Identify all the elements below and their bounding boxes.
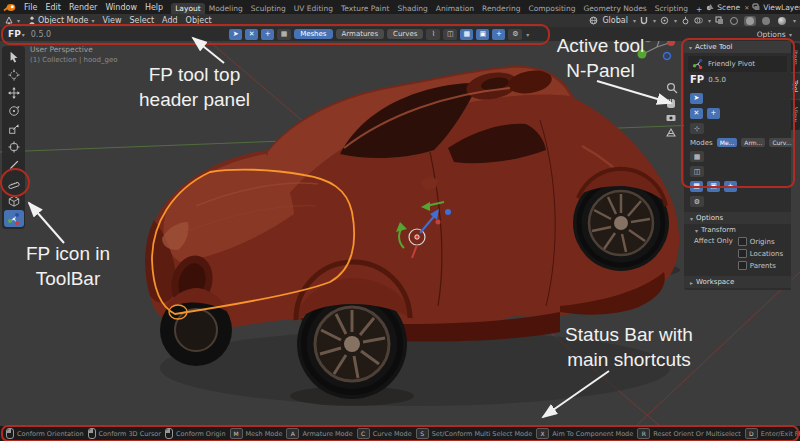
tab-uv-editing[interactable]: UV Editing [290,3,337,14]
proportional-edit-icon[interactable] [660,16,669,25]
menu-file[interactable]: File [20,3,41,12]
orientation-selector[interactable]: Global [602,16,628,25]
tab-sculpting[interactable]: Sculpting [247,3,290,14]
mode-selector[interactable]: Object Mode▾ [24,16,98,25]
xray-toggle-icon[interactable] [715,16,724,25]
tab-modeling[interactable]: Modeling [205,3,247,14]
chevron-down-icon: ▾ [689,44,692,51]
perspective-toggle-icon[interactable] [667,129,675,136]
curves-button[interactable]: Curves [387,29,423,39]
shortcut-conform-3d-cursor: Conform 3D Cursor [88,428,161,439]
parents-checkbox[interactable] [738,261,747,270]
options-dropdown[interactable]: Options ▾ [757,30,800,39]
shading-rendered-button[interactable] [776,16,788,26]
mode-armature-button[interactable]: Arm... [741,138,765,147]
orientation-globe-icon [589,16,598,25]
fp-tool-dropdown[interactable]: FP [8,29,21,39]
box-icon[interactable]: ▣ [476,29,489,40]
camera-view-icon[interactable] [667,115,676,121]
menu-view[interactable]: View [98,16,125,25]
meshes-button[interactable]: Meshes [294,29,332,39]
tab-shading[interactable]: Shading [393,3,431,14]
rotate-tool-icon[interactable] [4,102,24,119]
show-gizmo-icon[interactable] [681,16,690,25]
transform-tool-icon[interactable] [4,138,24,155]
viewport-editor-icon [4,16,14,25]
orientation-icon[interactable]: ⊹ [690,123,704,134]
shading-material-button[interactable] [760,16,772,26]
menu-edit[interactable]: Edit [41,3,65,12]
tab-rendering[interactable]: Rendering [478,3,524,14]
add-primitive-tool-icon[interactable] [4,192,24,209]
cursor-icon[interactable]: ➤ [690,93,703,104]
overlays-icon[interactable] [694,16,703,25]
gear-icon[interactable]: ⚙ [690,196,704,207]
origins-checkbox[interactable] [738,237,747,246]
scene-selector[interactable]: Scene [717,3,740,12]
menu-render[interactable]: Render [65,3,101,12]
viewlayer-selector[interactable]: ViewLayer [763,3,800,12]
tab-layout[interactable]: Layout [171,3,205,14]
tool-name-label: Friendly Pivot [708,60,755,68]
zoom-icon[interactable] [668,84,677,93]
active-tool-section-header[interactable]: ▾ Active Tool [684,41,791,53]
workspace-section-header[interactable]: ▸ Workspace [684,276,791,288]
mouse-left-icon [88,428,96,439]
tweak-tool-icon[interactable] [4,48,24,65]
gear-icon[interactable]: ⚙ [508,29,522,40]
scale-tool-icon[interactable] [4,120,24,137]
mesh-data-icon[interactable]: ▦ [690,151,704,162]
shading-solid-button[interactable] [744,16,756,26]
tab-tool[interactable]: Tool [791,73,800,100]
box-icon[interactable]: ▣ [707,181,720,192]
armature-data-icon[interactable]: ⌇ [426,29,440,40]
plus-icon[interactable]: + [724,181,737,192]
shortcut-enter-exit-fp: DEnter/Exit FP Addon [745,428,800,439]
measure-tool-icon[interactable] [4,174,24,191]
options-section-header[interactable]: ▾ Options [684,212,791,224]
pan-hand-icon[interactable] [667,99,675,108]
x-icon[interactable]: ✕ [690,108,703,119]
origins-label: Origins [750,238,775,246]
cursor-tool-icon[interactable] [4,66,24,83]
grid-icon[interactable]: ▦ [460,29,473,40]
tab-scripting[interactable]: Scripting [651,3,692,14]
transform-section-header[interactable]: ▾ Transform [684,224,791,236]
editor-type-selector[interactable]: ▾ [0,16,24,25]
tab-item[interactable]: Item [791,43,800,72]
tab-texture-paint[interactable]: Texture Paint [337,3,393,14]
tab-view[interactable]: View [791,100,800,129]
bone-icon[interactable]: ◫ [443,29,457,40]
armatures-button[interactable]: Armatures [336,29,385,39]
shading-wireframe-button[interactable] [728,16,740,26]
armature-data-icon[interactable]: ◫ [690,166,704,177]
cursor-icon[interactable]: ➤ [229,29,242,40]
menu-add[interactable]: Add [158,16,182,25]
tab-animation[interactable]: Animation [432,3,478,14]
scene-new-icon[interactable]: ✕ [744,4,749,11]
menu-help[interactable]: Help [141,3,167,12]
grid-icon[interactable]: ▦ [690,181,703,192]
menu-select[interactable]: Select [125,16,158,25]
mode-curve-button[interactable]: Curv... [769,138,794,147]
status-bar: Conform Orientation Conform 3D Cursor Co… [0,426,800,441]
mode-mesh-button[interactable]: Me... [717,138,738,147]
x-icon[interactable]: ✕ [245,29,258,40]
menu-object[interactable]: Object [182,16,216,25]
fp-version-label: 0.5.0 [708,76,726,84]
tab-compositing[interactable]: Compositing [524,3,579,14]
shortcut-armature-mode: AArmature Mode [286,428,352,439]
snap-magnet-icon[interactable] [640,16,648,25]
plus-icon[interactable]: + [261,29,274,40]
plus-icon[interactable]: + [492,29,505,40]
plus-icon[interactable]: + [707,108,720,119]
mesh-data-icon[interactable]: ▦ [277,29,291,40]
add-workspace-button[interactable]: + [692,5,706,14]
blender-logo-icon[interactable] [3,3,16,12]
locations-checkbox[interactable] [738,249,747,258]
menu-window[interactable]: Window [101,3,141,12]
tab-geometry-nodes[interactable]: Geometry Nodes [579,3,650,14]
fp-tool-icon[interactable] [4,210,24,227]
annotate-tool-icon[interactable] [4,156,24,173]
move-tool-icon[interactable] [4,84,24,101]
